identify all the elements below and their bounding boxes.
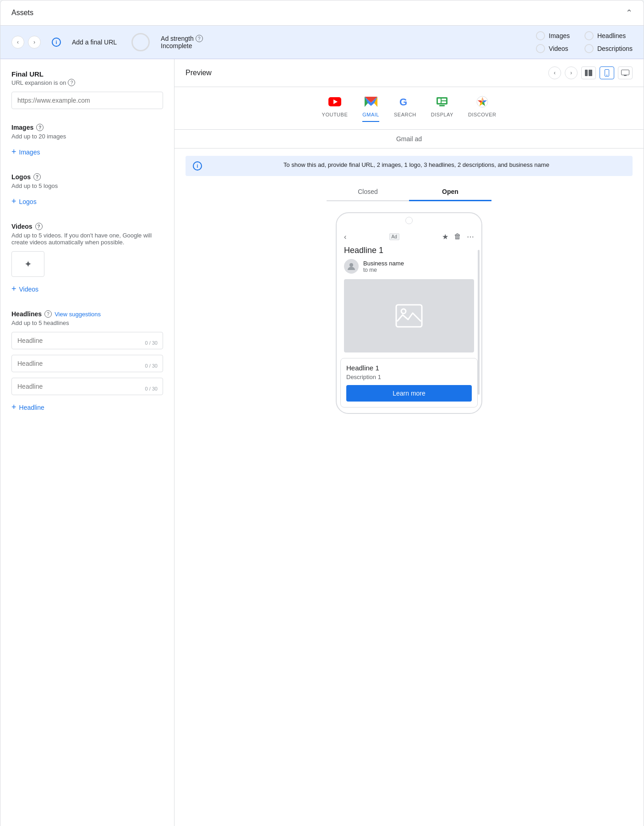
add-headline-plus-icon: + — [11, 402, 16, 412]
add-logos-button[interactable]: + Logos — [11, 195, 37, 208]
logos-help-icon[interactable]: ? — [33, 173, 41, 181]
youtube-label: YOUTUBE — [322, 112, 348, 117]
tab-gmail[interactable]: GMAIL — [362, 94, 379, 122]
indicator-headlines: Headlines — [584, 31, 633, 40]
svg-rect-0 — [585, 70, 588, 76]
assets-header: Assets ⌃ — [0, 0, 644, 26]
ad-strength-help-icon[interactable]: ? — [196, 35, 203, 42]
tab-youtube[interactable]: YOUTUBE — [322, 94, 348, 122]
add-headline-button[interactable]: + Headline — [11, 401, 44, 414]
videos-title: Videos ? — [11, 223, 163, 230]
gmail-label: GMAIL — [362, 112, 379, 117]
add-videos-plus-icon: + — [11, 284, 16, 294]
headlines-indicator-label: Headlines — [597, 32, 626, 39]
view-suggestions-link[interactable]: View suggestions — [55, 311, 101, 318]
phone-back-icon[interactable]: ‹ — [344, 233, 346, 241]
descriptions-indicator-circle — [584, 44, 594, 53]
preview-nav: ‹ › — [548, 66, 633, 79]
sender-name: Business name — [363, 260, 404, 267]
ad-tabs: Closed Open — [175, 183, 644, 201]
split-view-button[interactable] — [581, 66, 596, 79]
tab-discover[interactable]: ✳ DISCOVER — [468, 94, 496, 122]
tab-open[interactable]: Open — [409, 183, 491, 201]
phone-screen: ‹ Ad ★ 🗑 ⋯ Headline 1 — [337, 228, 481, 407]
display-icon — [435, 94, 449, 109]
add-videos-button[interactable]: + Videos — [11, 282, 38, 296]
star-icon[interactable]: ★ — [442, 232, 448, 241]
tab-search[interactable]: G SEARCH — [394, 94, 416, 122]
tab-closed[interactable]: Closed — [327, 183, 409, 201]
phone-mockup-container: ‹ Ad ★ 🗑 ⋯ Headline 1 — [175, 205, 644, 421]
headline-input-1[interactable] — [11, 332, 163, 349]
descriptions-indicator-label: Descriptions — [597, 45, 633, 52]
images-title: Images ? — [11, 124, 163, 131]
headlines-section: Headlines ? View suggestions Add up to 5… — [11, 310, 163, 414]
desktop-view-button[interactable] — [618, 66, 633, 79]
indicator-descriptions: Descriptions — [584, 44, 633, 53]
preview-next-button[interactable]: › — [565, 66, 578, 79]
sender-to: to me — [363, 267, 404, 273]
sender-info: Business name to me — [363, 260, 404, 273]
images-desc: Add up to 20 images — [11, 133, 163, 140]
add-images-button[interactable]: + Images — [11, 145, 40, 159]
phone-sender-row: Business name to me — [337, 259, 481, 279]
preview-view-btns — [581, 66, 633, 79]
display-label: DISPLAY — [431, 112, 453, 117]
images-help-icon[interactable]: ? — [36, 124, 44, 131]
add-logos-plus-icon: + — [11, 197, 16, 206]
delete-icon[interactable]: 🗑 — [454, 232, 461, 241]
video-sparkle-placeholder: ✦ — [11, 251, 44, 277]
headline-input-2[interactable] — [11, 355, 163, 372]
info-banner-icon: i — [193, 161, 202, 171]
logos-section: Logos ? Add up to 5 logos + Logos — [11, 173, 163, 208]
platform-tabs: YOUTUBE GMAIL G SEARCH — [175, 87, 644, 130]
ad-badge: Ad — [389, 233, 399, 240]
headline-3-char-count: 0 / 30 — [145, 386, 158, 391]
collapse-icon[interactable]: ⌃ — [626, 8, 633, 18]
nav-prev-button[interactable]: ‹ — [11, 36, 24, 49]
url-expansion-label: URL expansion is on ? — [11, 79, 163, 86]
url-expansion-help-icon[interactable]: ? — [68, 79, 75, 86]
videos-indicator-circle — [536, 44, 545, 53]
headline-input-3[interactable] — [11, 378, 163, 395]
logos-desc: Add up to 5 logos — [11, 182, 163, 189]
indicator-images: Images — [536, 31, 570, 40]
nav-next-button[interactable]: › — [28, 36, 41, 49]
final-url-info-icon[interactable]: i — [52, 38, 61, 47]
headlines-indicator-circle — [584, 31, 594, 40]
phone-toolbar-icons: ★ 🗑 ⋯ — [442, 232, 474, 241]
ad-card-description: Description 1 — [346, 374, 472, 380]
learn-more-button[interactable]: Learn more — [346, 385, 472, 402]
discover-label: DISCOVER — [468, 112, 496, 117]
search-icon: G — [398, 94, 412, 109]
videos-desc: Add up to 5 videos. If you don't have on… — [11, 232, 163, 246]
mobile-view-button[interactable] — [600, 66, 614, 79]
preview-prev-button[interactable]: ‹ — [548, 66, 561, 79]
add-logos-label: Logos — [19, 198, 37, 205]
videos-section: Videos ? Add up to 5 videos. If you don'… — [11, 223, 163, 296]
phone-mockup: ‹ Ad ★ 🗑 ⋯ Headline 1 — [336, 212, 482, 414]
ad-strength-circle — [131, 33, 150, 51]
videos-help-icon[interactable]: ? — [35, 223, 43, 230]
phone-headline: Headline 1 — [337, 246, 481, 259]
logos-title: Logos ? — [11, 173, 163, 181]
final-url-section: Final URL URL expansion is on ? — [11, 70, 163, 109]
tab-display[interactable]: DISPLAY — [431, 94, 453, 122]
headline-input-1-wrap: 0 / 30 — [11, 332, 163, 349]
svg-rect-5 — [624, 75, 627, 76]
headlines-title: Headlines — [11, 310, 42, 318]
ad-strength-status: Incomplete — [161, 42, 203, 50]
phone-notch — [405, 217, 413, 224]
more-icon[interactable]: ⋯ — [467, 232, 474, 241]
sender-avatar — [344, 259, 359, 274]
final-url-section-title: Final URL — [11, 70, 163, 78]
final-url-input[interactable] — [11, 92, 163, 109]
ad-card: Headline 1 Description 1 Learn more — [340, 358, 478, 407]
svg-point-3 — [606, 75, 607, 76]
ad-strength-label: Ad strength — [161, 35, 194, 42]
headlines-help-icon[interactable]: ? — [44, 310, 52, 318]
right-panel: Preview ‹ › — [175, 59, 644, 826]
headline-input-2-wrap: 0 / 30 — [11, 355, 163, 372]
phone-scrollbar — [478, 250, 480, 395]
images-indicator-label: Images — [549, 32, 570, 39]
